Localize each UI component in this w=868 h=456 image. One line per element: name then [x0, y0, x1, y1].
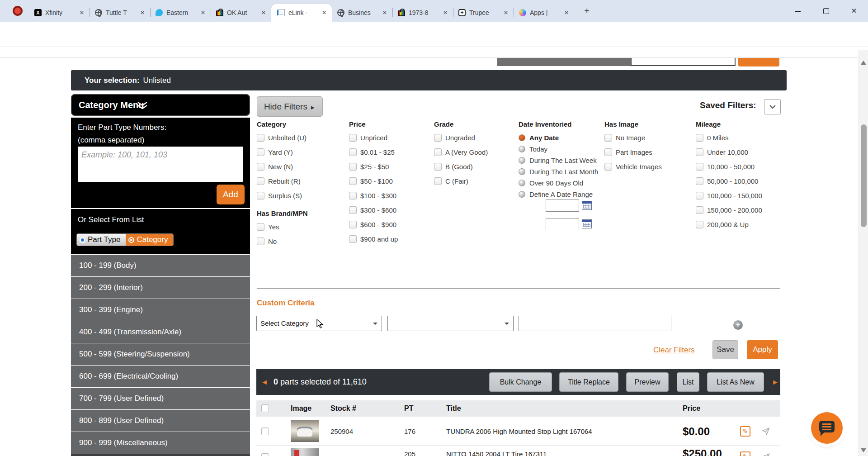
filter-option[interactable]: During The Last Month — [519, 168, 616, 175]
category-list-item[interactable]: 600 - 699 (Electrical/Cooling) — [71, 366, 250, 387]
checkbox-icon[interactable] — [696, 163, 703, 171]
checkbox-icon[interactable] — [349, 235, 357, 243]
filter-option[interactable]: 10,000 - 50,000 — [696, 163, 782, 171]
filter-option[interactable]: Vehicle Images — [604, 163, 681, 171]
filter-option[interactable]: $100 - $300 — [349, 192, 430, 200]
minimize-button[interactable] — [784, 0, 812, 22]
checkbox-icon[interactable] — [257, 148, 264, 156]
part-title[interactable]: NITTO 1450 2004 LT Tire 167311 — [446, 450, 547, 456]
edit-price-icon[interactable]: ✎ — [740, 426, 750, 437]
checkbox-icon[interactable] — [349, 163, 357, 171]
category-list-item[interactable]: 500 - 599 (Steering/Suspension) — [71, 343, 250, 365]
checkbox-icon[interactable] — [257, 177, 264, 185]
filter-option[interactable]: Surplus (S) — [257, 192, 347, 200]
tab-close-icon[interactable]: ✕ — [259, 9, 268, 17]
date-range-start-input[interactable] — [546, 200, 579, 212]
checkbox-icon[interactable] — [696, 192, 703, 200]
maximize-button[interactable] — [812, 0, 840, 22]
checkbox-icon[interactable] — [696, 177, 703, 185]
category-list-item[interactable]: 200 - 299 (Interior) — [71, 277, 250, 299]
new-tab-button[interactable]: + — [581, 6, 592, 17]
chat-widget-button[interactable] — [811, 412, 843, 444]
close-window-button[interactable] — [840, 0, 868, 22]
tab-close-icon[interactable]: ✕ — [78, 9, 86, 17]
filter-option[interactable]: Ungraded — [434, 134, 518, 142]
checkbox-icon[interactable] — [257, 238, 264, 245]
clear-filters-link[interactable]: Clear Filters — [653, 346, 695, 355]
page-scrollbar[interactable] — [859, 50, 868, 456]
checkbox-icon[interactable] — [604, 163, 612, 171]
save-filters-button[interactable]: Save — [712, 340, 738, 359]
filter-option[interactable]: A (Very Good) — [434, 148, 518, 156]
checkbox-icon[interactable] — [349, 148, 357, 156]
filter-option[interactable]: No — [257, 238, 347, 245]
filter-option[interactable]: No Image — [604, 134, 681, 142]
filter-option[interactable]: Yard (Y) — [257, 148, 347, 156]
date-range-end-input[interactable] — [546, 218, 579, 230]
saved-filters-dropdown[interactable] — [764, 99, 781, 114]
custom-criteria-operator-select[interactable] — [387, 316, 514, 331]
filter-option[interactable]: Over 90 Days Old — [519, 179, 616, 186]
scrollbar-thumb[interactable] — [861, 124, 867, 227]
part-photo[interactable] — [291, 448, 319, 456]
tab-close-icon[interactable]: ✕ — [502, 9, 510, 17]
checkbox-icon[interactable] — [604, 148, 612, 156]
checkbox-icon[interactable] — [349, 206, 357, 214]
checkbox-icon[interactable] — [696, 221, 703, 228]
checkbox-icon[interactable] — [257, 134, 264, 142]
browser-tab[interactable]: OK Aut✕ — [211, 4, 271, 22]
browser-tab[interactable]: Apps |✕ — [514, 4, 574, 22]
tab-close-icon[interactable]: ✕ — [562, 9, 571, 17]
category-list-item[interactable]: 900 - 999 (Miscellaneous) — [71, 432, 250, 454]
checkbox-icon[interactable] — [434, 134, 442, 142]
checkbox-icon[interactable] — [696, 148, 703, 156]
filter-option[interactable]: $300 - $600 — [349, 206, 430, 214]
select-all-checkbox[interactable] — [261, 404, 269, 412]
checkbox-icon[interactable] — [349, 221, 357, 228]
calendar-icon[interactable] — [582, 201, 592, 210]
browser-tab[interactable]: Busines✕ — [332, 4, 392, 22]
filter-option[interactable]: 100,000 - 150,000 — [696, 192, 782, 200]
browser-tab[interactable]: Eastern✕ — [150, 4, 211, 22]
filter-option[interactable]: New (N) — [257, 163, 347, 171]
preview-button[interactable]: Preview — [626, 372, 669, 392]
send-icon[interactable] — [761, 427, 770, 437]
part-photo[interactable] — [291, 420, 319, 442]
category-list-item[interactable]: 400 - 499 (Transmission/Axle) — [71, 321, 250, 343]
list-as-new-button[interactable]: List As New — [707, 372, 764, 392]
filter-option[interactable]: $600 - $900 — [349, 221, 430, 228]
calendar-icon[interactable] — [582, 219, 592, 228]
filter-option[interactable]: Define A Date Range — [519, 190, 616, 198]
category-menu-header[interactable]: Category Menu — [71, 94, 250, 116]
part-title[interactable]: TUNDRA 2006 High Mounted Stop Light 1670… — [446, 417, 592, 446]
radio-icon[interactable] — [519, 134, 525, 141]
next-page-arrow[interactable]: ► — [772, 369, 779, 395]
category-list-item[interactable]: 300 - 399 (Engine) — [71, 299, 250, 321]
checkbox-icon[interactable] — [349, 177, 357, 185]
part-type-toggle[interactable]: Part Type — [77, 234, 126, 246]
tab-close-icon[interactable]: ✕ — [138, 9, 146, 17]
radio-icon[interactable] — [519, 191, 525, 198]
checkbox-icon[interactable] — [434, 148, 442, 156]
checkbox-icon[interactable] — [604, 134, 612, 142]
filter-option[interactable]: $50 - $100 — [349, 177, 430, 185]
filter-option[interactable]: Part Images — [604, 148, 681, 156]
bulk-change-button[interactable]: Bulk Change — [489, 372, 552, 392]
filter-option[interactable]: Unpriced — [349, 134, 430, 142]
filter-option[interactable]: $25 - $50 — [349, 163, 430, 171]
browser-tab[interactable]: 1973-8✕ — [392, 4, 453, 22]
scroll-up-arrow-icon[interactable] — [861, 61, 866, 65]
tab-close-icon[interactable]: ✕ — [441, 9, 449, 17]
filter-option[interactable]: $0.01 - $25 — [349, 148, 430, 156]
filter-option[interactable]: During The Last Week — [519, 157, 616, 164]
browser-tab[interactable]: eLink -✕ — [271, 4, 332, 22]
filter-option[interactable]: Rebuilt (R) — [257, 177, 347, 185]
apply-filters-button[interactable]: Apply — [747, 340, 778, 359]
category-list-item-partial[interactable] — [71, 454, 250, 456]
radio-icon[interactable] — [519, 180, 525, 186]
browser-tab[interactable]: Xfinity✕ — [29, 4, 90, 22]
category-list-item[interactable]: 700 - 799 (User Defined) — [71, 388, 250, 409]
checkbox-icon[interactable] — [434, 177, 442, 185]
edit-price-icon[interactable]: ✎ — [740, 451, 750, 456]
filter-option[interactable]: B (Good) — [434, 163, 518, 171]
